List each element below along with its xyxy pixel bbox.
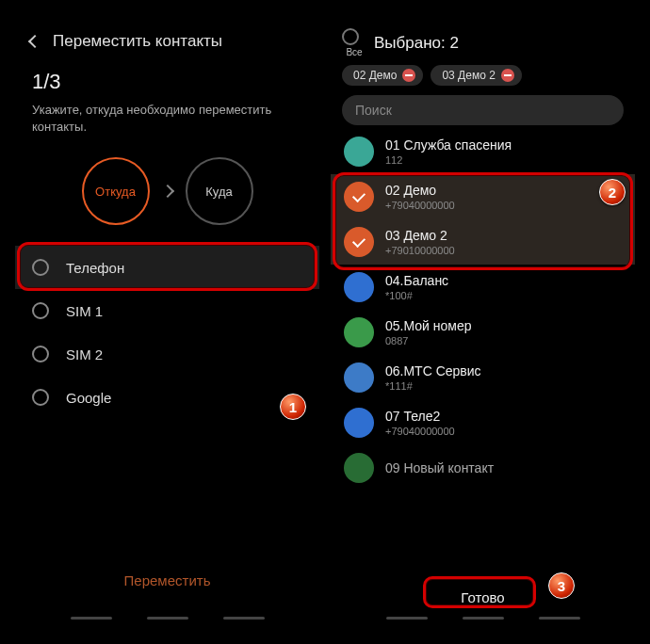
from-circle[interactable]: Откуда <box>82 157 150 225</box>
chip[interactable]: 02 Демо <box>342 65 423 86</box>
contact-list[interactable]: 01 Служба спасения 112 02 Демо +79040000… <box>331 129 635 574</box>
contact-sub: *100# <box>385 290 448 301</box>
remove-chip-icon[interactable] <box>501 69 514 82</box>
chip-label: 02 Демо <box>353 69 397 82</box>
search-input[interactable]: Поиск <box>342 95 624 125</box>
source-option-sim1[interactable]: SIM 1 <box>15 289 319 332</box>
header: Переместить контакты <box>15 19 319 64</box>
nav-bar <box>15 617 319 629</box>
nav-recent-icon[interactable] <box>71 617 112 620</box>
avatar-icon <box>344 317 374 347</box>
contact-name: 09 Новый контакт <box>385 460 494 475</box>
radio-icon <box>32 259 49 276</box>
avatar-icon <box>344 408 374 438</box>
contact-info: 05.Мой номер 0887 <box>385 318 472 346</box>
contact-item-selected[interactable]: 03 Демо 2 +79010000000 <box>331 219 635 265</box>
avatar-icon <box>344 137 374 167</box>
selected-chips: 02 Демо 03 Демо 2 <box>331 57 635 95</box>
nav-home-icon[interactable] <box>463 617 504 620</box>
nav-home-icon[interactable] <box>147 617 188 620</box>
radio-icon <box>32 346 49 362</box>
move-button[interactable]: Переместить <box>15 555 319 617</box>
annotation-badge-3: 3 <box>548 572 575 599</box>
selected-count: Выбрано: 2 <box>374 34 459 53</box>
source-label: SIM 1 <box>66 303 103 319</box>
done-row: Готово <box>331 574 635 617</box>
source-option-sim2[interactable]: SIM 2 <box>15 332 319 376</box>
contact-sub: +79040000000 <box>385 200 455 211</box>
chevron-right-icon <box>160 185 173 198</box>
select-all-circle-icon <box>342 28 359 45</box>
nav-back-icon[interactable] <box>539 617 580 620</box>
contact-name: 04.Баланс <box>385 273 448 288</box>
contact-sub: +79040000000 <box>385 426 455 437</box>
check-icon <box>344 227 374 257</box>
done-button[interactable]: Готово <box>442 584 523 611</box>
contact-info: 01 Служба спасения 112 <box>385 137 512 166</box>
contact-sub: +79010000000 <box>385 245 455 256</box>
avatar-icon <box>344 362 374 393</box>
app-container: Переместить контакты 1/3 Укажите, откуда… <box>0 0 650 644</box>
avatar-icon <box>344 453 374 483</box>
check-icon <box>344 182 374 212</box>
contact-item-selected[interactable]: 02 Демо +79040000000 <box>331 174 635 219</box>
annotation-badge-1: 1 <box>280 394 306 420</box>
avatar-icon <box>344 272 374 302</box>
contact-sub: 112 <box>385 154 512 166</box>
contact-name: 03 Демо 2 <box>385 228 455 243</box>
contact-name: 07 Теле2 <box>385 409 455 424</box>
contact-name: 05.Мой номер <box>385 318 472 333</box>
nav-back-icon[interactable] <box>223 617 265 620</box>
back-icon[interactable] <box>28 35 41 48</box>
to-circle[interactable]: Куда <box>186 157 253 225</box>
selection-header: Все Выбрано: 2 <box>331 19 635 57</box>
remove-chip-icon[interactable] <box>402 69 415 82</box>
contact-info: 09 Новый контакт <box>385 460 494 475</box>
source-option-google[interactable]: Google <box>15 376 319 419</box>
source-option-phone[interactable]: Телефон <box>15 246 319 289</box>
contact-info: 02 Демо +79040000000 <box>385 183 455 211</box>
screen-select-contacts: Все Выбрано: 2 02 Демо 03 Демо 2 Поиск 0… <box>331 19 635 629</box>
nav-recent-icon[interactable] <box>386 617 428 620</box>
chip[interactable]: 03 Демо 2 <box>431 65 521 86</box>
radio-icon <box>32 389 49 406</box>
contact-info: 03 Демо 2 +79010000000 <box>385 228 455 256</box>
contact-name: 06.МТС Сервис <box>385 363 481 378</box>
contact-name: 02 Демо <box>385 183 455 198</box>
select-all[interactable]: Все <box>342 28 366 57</box>
radio-icon <box>32 302 49 319</box>
contact-name: 01 Служба спасения <box>385 137 512 153</box>
annotation-badge-2: 2 <box>599 179 626 205</box>
from-to-row: Откуда Куда <box>15 148 319 246</box>
contact-item[interactable]: 01 Служба спасения 112 <box>331 129 635 174</box>
contact-info: 06.МТС Сервис *111# <box>385 363 481 392</box>
source-list: Телефон SIM 1 SIM 2 Google <box>15 246 319 419</box>
page-title: Переместить контакты <box>53 32 222 51</box>
select-all-label: Все <box>346 47 362 57</box>
nav-bar <box>331 617 635 629</box>
step-indicator: 1/3 <box>15 64 319 96</box>
source-label: Телефон <box>66 260 124 276</box>
contact-sub: *111# <box>385 380 481 392</box>
contact-item[interactable]: 06.МТС Сервис *111# <box>331 355 635 400</box>
contact-info: 04.Баланс *100# <box>385 273 448 301</box>
screen-move-contacts: Переместить контакты 1/3 Укажите, откуда… <box>15 19 319 629</box>
source-label: Google <box>66 390 111 406</box>
contact-info: 07 Теле2 +79040000000 <box>385 409 455 437</box>
contact-item[interactable]: 04.Баланс *100# <box>331 265 635 310</box>
source-label: SIM 2 <box>66 346 103 362</box>
contact-item[interactable]: 05.Мой номер 0887 <box>331 310 635 355</box>
contact-item[interactable]: 09 Новый контакт <box>331 445 635 491</box>
contact-item[interactable]: 07 Теле2 +79040000000 <box>331 400 635 445</box>
instruction-text: Укажите, откуда необходимо переместить к… <box>15 96 319 148</box>
contact-sub: 0887 <box>385 335 472 346</box>
chip-label: 03 Демо 2 <box>442 69 495 82</box>
